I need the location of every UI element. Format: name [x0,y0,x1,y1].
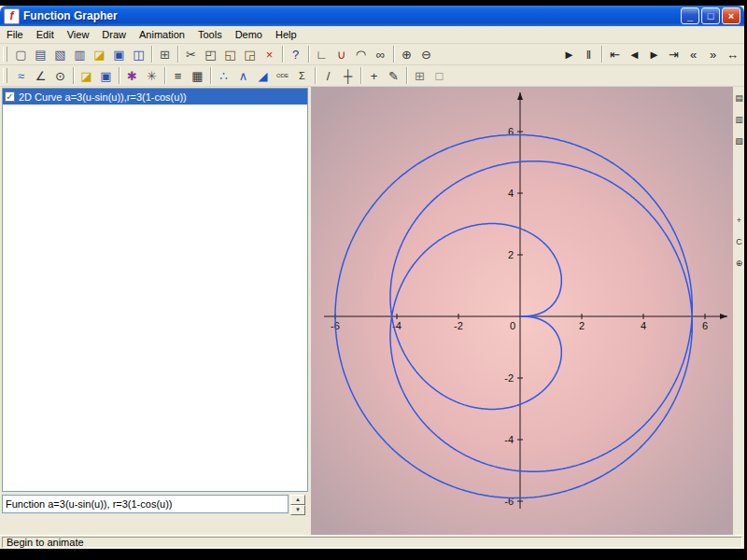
toolbar-grip[interactable] [3,68,7,83]
save-all-icon[interactable]: ◫ [129,45,148,63]
print-image-icon[interactable]: ▧ [734,135,744,148]
play-animation-icon[interactable]: ► [559,45,579,63]
line-chart-icon[interactable]: ∧ [233,66,253,85]
summation-icon[interactable]: Σ [292,66,312,85]
cut-icon[interactable]: ✂ [181,45,201,63]
app-icon: f [4,8,20,24]
minimize-button[interactable]: _ [681,7,699,24]
graph-paper-icon[interactable]: ⊞ [410,66,430,85]
function-input[interactable] [2,495,289,513]
frame-box-icon[interactable]: □ [430,66,449,85]
plot-polar-icon[interactable]: ◠ [351,45,371,63]
open-graph-icon[interactable]: ◪ [77,66,96,85]
help-icon[interactable]: ? [286,45,305,63]
curve-visibility-checkbox[interactable]: ✓ [5,91,15,102]
plot-cartesian-icon[interactable]: ∟ [312,45,331,63]
window-title: Function Grapher [23,9,679,22]
toolbar-separator [151,46,152,63]
toolbar-separator [119,67,120,84]
title-bar: f Function Grapher _□× [0,6,744,26]
step-back-icon[interactable]: « [684,45,703,63]
tangent-tool-icon[interactable]: / [318,66,338,85]
new-2d-graph-icon[interactable]: ▤ [31,45,50,63]
curve-list-panel: ✓ 2D Curve a=3(u-sin(u)),r=3(1-cos(u)) [2,88,308,492]
save-image-icon[interactable]: ▥ [734,114,744,127]
grid-toggle-icon[interactable]: ▦ [188,66,207,85]
plot-area[interactable]: -6-4-20246-6-4-2246 [311,87,733,535]
crosshair-tool-icon[interactable]: + [364,66,384,85]
curve-polar-icon[interactable]: ⊙ [50,66,70,85]
toolbar-separator [406,67,407,84]
menu-bar: FileEditViewDrawAnimationToolsDemoHelp [0,26,744,44]
menu-file[interactable]: File [0,26,30,43]
open-folder-icon[interactable]: ◪ [90,45,109,63]
loop-animation-icon[interactable]: ↔ [723,45,742,63]
menu-edit[interactable]: Edit [30,26,61,43]
menu-demo[interactable]: Demo [229,26,269,43]
menu-help[interactable]: Help [269,26,303,43]
rotate-icon[interactable]: C [734,236,744,249]
first-frame-icon[interactable]: ⇤ [605,45,625,63]
prev-frame-icon[interactable]: ◄ [625,45,644,63]
ode-solver-icon[interactable]: ODE [273,66,292,85]
zoom-out-icon[interactable]: ⊖ [416,45,436,63]
toolbar-separator [315,67,316,84]
plot-parametric-icon[interactable]: ∪ [331,45,351,63]
toolbar-separator [282,46,283,63]
menu-draw[interactable]: Draw [95,26,133,43]
new-file-icon[interactable]: ▢ [11,45,31,63]
x-tick-label: 2 [579,320,585,331]
app-window: f Function Grapher _□× FileEditViewDrawA… [0,6,744,549]
pencil-tool-icon[interactable]: ✎ [384,66,403,85]
toolbar-separator [73,67,74,84]
new-3d-graph-icon[interactable]: ▥ [70,45,90,63]
save-icon[interactable]: ▣ [109,45,129,63]
zoom-in-icon[interactable]: ⊕ [397,45,416,63]
snowflake-curve-icon[interactable]: ✳ [142,66,162,85]
toolbar-graph: ≈∠⊙◪▣✱✳≡▦∴∧◢ODEΣ/┼+✎⊞□ [0,65,744,87]
next-frame-icon[interactable]: ► [644,45,664,63]
window-controls: _□× [679,7,740,24]
area-chart-icon[interactable]: ◢ [253,66,273,85]
y-tick-label: 4 [508,188,514,199]
close-button[interactable]: × [722,7,740,24]
plot-implicit-icon[interactable]: ∞ [371,45,390,63]
x-tick-label: 4 [641,320,646,331]
axes-settings-icon[interactable]: ┼ [338,66,358,85]
move-icon[interactable]: + [734,215,744,228]
y-axis-arrow [517,92,523,100]
curve-parametric-icon[interactable]: ∠ [31,66,50,85]
menu-view[interactable]: View [61,26,96,43]
status-text: Begin to animate [7,538,84,548]
globe-icon[interactable]: ⊕ [734,258,744,271]
copy-image-icon[interactable]: ▤ [734,92,744,105]
copy-icon[interactable]: ◰ [201,45,220,63]
delete-icon[interactable]: × [260,45,279,63]
curve-2d-icon[interactable]: ≈ [11,66,31,85]
spinner-down-button[interactable]: ▼ [290,505,305,515]
y-tick-label: -4 [504,434,514,445]
side-toolbar: ▤▥▧+C⊕ [734,87,744,535]
toolbar-separator [164,67,165,84]
plot-canvas: -6-4-20246-6-4-2246 [311,87,733,535]
pause-animation-icon[interactable]: ‖ [579,45,599,63]
paste-special-icon[interactable]: ◲ [240,45,260,63]
toolbar-separator [177,46,178,63]
step-forward-icon[interactable]: » [703,45,723,63]
save-graph-icon[interactable]: ▣ [96,66,116,85]
toolbar-main: ▢▤▧▥◪▣◫⊞✂◰◱◲×?∟∪◠∞⊕⊖►‖⇤◄►⇥«»↔ [0,44,744,65]
x-tick-label: 6 [702,320,708,331]
scatter-chart-icon[interactable]: ∴ [214,66,233,85]
last-frame-icon[interactable]: ⇥ [664,45,684,63]
new-parametric-graph-icon[interactable]: ▧ [50,45,70,63]
curve-list-item[interactable]: ✓ 2D Curve a=3(u-sin(u)),r=3(1-cos(u)) [3,89,307,105]
toolbar-grip[interactable] [3,47,7,62]
menu-tools[interactable]: Tools [191,26,229,43]
data-table-icon[interactable]: ≡ [168,66,188,85]
spinner-up-button[interactable]: ▲ [290,495,305,505]
paste-icon[interactable]: ◱ [220,45,240,63]
point-set-icon[interactable]: ✱ [122,66,142,85]
menu-animation[interactable]: Animation [133,26,191,43]
print-icon[interactable]: ⊞ [155,45,175,63]
maximize-button[interactable]: □ [701,7,720,24]
